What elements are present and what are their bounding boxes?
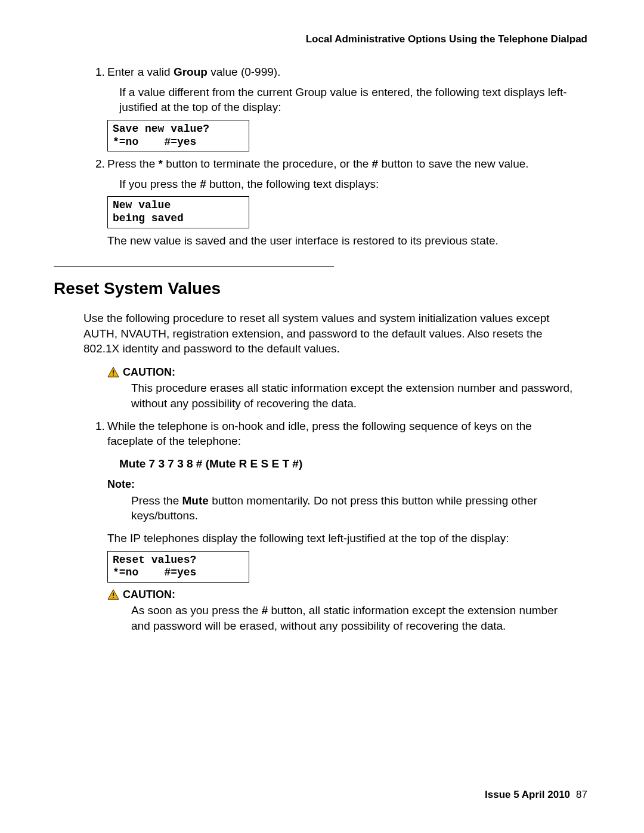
note-body: Press the Mute button momentarily. Do no… <box>131 493 578 524</box>
caution-body: As soon as you press the # button, all s… <box>131 603 578 633</box>
page-footer: Issue 5 April 201087 <box>485 789 587 801</box>
footer-issue: Issue 5 April 2010 <box>485 789 570 800</box>
step-1-description: If a value different from the current Gr… <box>119 85 578 115</box>
ip-telephone-para: The IP telephones display the following … <box>107 531 578 546</box>
step-2-text: Press the * button to terminate the proc… <box>107 157 529 170</box>
reset-step-1: 1. While the telephone is on-hook and id… <box>95 419 578 472</box>
section-divider <box>54 266 334 267</box>
caution-block-1: CAUTION: This procedure erases all stati… <box>107 365 578 411</box>
code-new-value-saved: New value being saved <box>107 196 249 228</box>
step-1-text: Enter a valid Group value (0-999). <box>107 66 280 78</box>
step-1-number: 1. <box>95 64 105 80</box>
svg-rect-5 <box>113 597 114 598</box>
section-intro: Use the following procedure to reset all… <box>83 311 578 357</box>
section-heading-reset: Reset System Values <box>54 277 578 300</box>
caution-body: This procedure erases all static informa… <box>131 380 578 411</box>
document-page: Local Administrative Options Using the T… <box>0 0 644 833</box>
step-2-number: 2. <box>95 156 105 172</box>
page-header: Local Administrative Options Using the T… <box>306 33 587 45</box>
code-save-new-value: Save new value? *=no #=yes <box>107 120 249 151</box>
mute-sequence: Mute 7 3 7 3 8 # (Mute R E S E T #) <box>119 456 578 472</box>
caution-heading: CAUTION: <box>107 365 578 379</box>
reset-step-1-text: While the telephone is on-hook and idle,… <box>107 420 532 448</box>
caution-icon <box>107 589 119 600</box>
caution-icon <box>107 367 119 377</box>
step-2: 2. Press the * button to terminate the p… <box>95 156 578 191</box>
svg-rect-2 <box>113 374 114 376</box>
page-content: 1. Enter a valid Group value (0-999). If… <box>95 64 578 640</box>
note-block: Note: Press the Mute button momentarily.… <box>107 477 578 524</box>
note-label: Note: <box>107 477 578 491</box>
step-2-result: The new value is saved and the user inte… <box>107 233 578 249</box>
step-2-description: If you press the # button, the following… <box>119 176 578 192</box>
footer-page-number: 87 <box>576 789 587 800</box>
caution-heading: CAUTION: <box>107 587 578 602</box>
step-1: 1. Enter a valid Group value (0-999). If… <box>95 64 578 115</box>
reset-step-1-number: 1. <box>95 419 105 434</box>
code-reset-values: Reset values? *=no #=yes <box>107 551 249 583</box>
svg-rect-1 <box>113 370 114 374</box>
svg-rect-4 <box>113 593 114 596</box>
caution-block-2: CAUTION: As soon as you press the # butt… <box>107 587 578 634</box>
caution-label: CAUTION: <box>123 365 175 379</box>
caution-label: CAUTION: <box>123 587 175 602</box>
